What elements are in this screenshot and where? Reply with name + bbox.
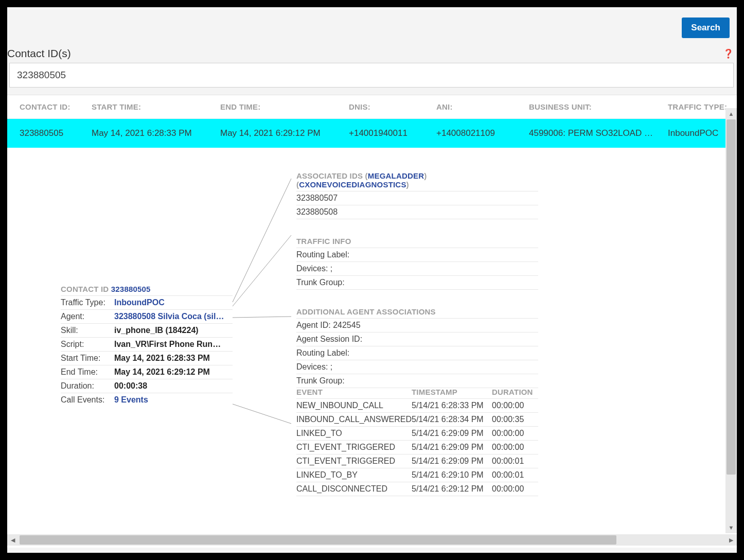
event-row[interactable]: INBOUND_CALL_ANSWERED 5/14/21 6:28:34 PM… <box>296 413 538 427</box>
summary-traffic-type-value[interactable]: InboundPOC <box>114 298 233 307</box>
associated-id-row[interactable]: 323880508 <box>296 205 538 219</box>
event-row[interactable]: CTI_EVENT_TRIGGERED 5/14/21 6:29:09 PM 0… <box>296 441 538 454</box>
event-row[interactable]: NEW_INBOUND_CALL 5/14/21 6:28:33 PM 00:0… <box>296 399 538 413</box>
assoc-link-cxone[interactable]: CXONEVOICEDIAGNOSTICS <box>299 180 406 189</box>
summary-events-key: Call Events: <box>61 395 114 405</box>
col-header-start-time: START TIME: <box>92 102 220 111</box>
event-name: NEW_INBOUND_CALL <box>296 401 412 410</box>
horizontal-scrollbar[interactable]: ◀ ▶ <box>7 534 737 546</box>
col-header-business-unit: BUSINESS UNIT: <box>529 102 668 111</box>
summary-agent-value[interactable]: 323880508 Silvia Coca (sil… <box>114 312 233 321</box>
col-header-contact-id: CONTACT ID: <box>20 102 92 111</box>
event-duration: 00:00:00 <box>492 484 538 494</box>
results-row-selected[interactable]: 323880505 May 14, 2021 6:28:33 PM May 14… <box>7 119 737 148</box>
cell-start-time: May 14, 2021 6:28:33 PM <box>92 128 220 138</box>
summary-traffic-type-key: Traffic Type: <box>61 298 114 307</box>
event-name: LINKED_TO_BY <box>296 470 412 480</box>
svg-line-2 <box>233 317 291 318</box>
col-header-end-time: END TIME: <box>220 102 349 111</box>
cell-ani: +14008021109 <box>436 128 529 138</box>
event-timestamp: 5/14/21 6:29:12 PM <box>412 484 492 494</box>
associated-ids-title: ASSOCIATED IDS (MEGALADDER) (CXONEVOICED… <box>296 169 538 191</box>
summary-end-value: May 14, 2021 6:29:12 PM <box>114 367 233 377</box>
assoc-title-suffix: ) <box>406 180 409 189</box>
app-frame: Search Contact ID(s) ❓ CONTACT ID: START… <box>7 7 737 553</box>
cell-end-time: May 14, 2021 6:29:12 PM <box>220 128 349 138</box>
traffic-trunk-group: Trunk Group: <box>296 276 538 290</box>
scroll-down-icon[interactable]: ▼ <box>725 522 737 533</box>
agent-assoc-agent-id: Agent ID: 242545 <box>296 319 538 332</box>
summary-row-traffic-type: Traffic Type: InboundPOC <box>61 296 233 310</box>
summary-skill-key: Skill: <box>61 326 114 335</box>
event-row[interactable]: CALL_DISCONNECTED 5/14/21 6:29:12 PM 00:… <box>296 482 538 496</box>
event-name: INBOUND_CALL_ANSWERED <box>296 415 412 424</box>
event-timestamp: 5/14/21 6:29:09 PM <box>412 443 492 452</box>
summary-row-events: Call Events: 9 Events <box>61 393 233 407</box>
svg-line-1 <box>233 235 291 306</box>
summary-script-value: Ivan_VR\First Phone Run… <box>114 340 233 349</box>
events-table: EVENT TIMESTAMP DURATION NEW_INBOUND_CAL… <box>296 386 538 496</box>
event-name: CTI_EVENT_TRIGGERED <box>296 457 412 466</box>
summary-row-end-time: End Time: May 14, 2021 6:29:12 PM <box>61 365 233 379</box>
event-timestamp: 5/14/21 6:29:09 PM <box>412 429 492 438</box>
cell-contact-id: 323880505 <box>20 128 92 138</box>
traffic-routing-label: Routing Label: <box>296 248 538 262</box>
cell-business-unit: 4599006: PERM SO32LOAD … <box>529 128 668 138</box>
summary-events-value[interactable]: 9 Events <box>114 395 233 405</box>
svg-line-0 <box>233 179 291 302</box>
agent-assoc-devices: Devices: ; <box>296 360 538 374</box>
scroll-left-icon[interactable]: ◀ <box>7 534 19 546</box>
summary-title-id[interactable]: 323880505 <box>111 285 151 293</box>
summary-title-prefix: CONTACT ID <box>61 285 109 293</box>
summary-duration-value: 00:00:38 <box>114 381 233 391</box>
scroll-right-icon[interactable]: ▶ <box>725 534 737 546</box>
summary-start-value: May 14, 2021 6:28:33 PM <box>114 354 233 363</box>
summary-script-key: Script: <box>61 340 114 349</box>
cell-traffic-type: InboundPOC <box>668 128 735 138</box>
summary-title: CONTACT ID 323880505 <box>61 283 233 296</box>
search-button[interactable]: Search <box>682 18 730 38</box>
summary-row-agent: Agent: 323880508 Silvia Coca (sil… <box>61 310 233 324</box>
summary-agent-key: Agent: <box>61 312 114 321</box>
summary-start-key: Start Time: <box>61 354 114 363</box>
event-timestamp: 5/14/21 6:28:33 PM <box>412 401 492 410</box>
event-duration: 00:00:00 <box>492 401 538 410</box>
traffic-devices: Devices: ; <box>296 262 538 276</box>
event-timestamp: 5/14/21 6:29:09 PM <box>412 457 492 466</box>
event-row[interactable]: LINKED_TO 5/14/21 6:29:09 PM 00:00:00 <box>296 427 538 441</box>
event-row[interactable]: LINKED_TO_BY 5/14/21 6:29:10 PM 00:00:01 <box>296 468 538 482</box>
assoc-title-prefix: ASSOCIATED IDS ( <box>296 171 368 180</box>
events-header-event: EVENT <box>296 388 412 396</box>
detail-zone: CONTACT ID 323880505 Traffic Type: Inbou… <box>7 148 737 539</box>
contact-id-section: Contact ID(s) ❓ <box>7 45 737 87</box>
event-name: CALL_DISCONNECTED <box>296 484 412 494</box>
event-name: LINKED_TO <box>296 429 412 438</box>
agent-assoc-session-id: Agent Session ID: <box>296 332 538 346</box>
results-header-row: CONTACT ID: START TIME: END TIME: DNIS: … <box>7 95 737 119</box>
col-header-ani: ANI: <box>436 102 529 111</box>
assoc-link-megaladder[interactable]: MEGALADDER <box>368 171 424 180</box>
events-header-timestamp: TIMESTAMP <box>412 388 492 396</box>
agent-assoc-routing-label: Routing Label: <box>296 346 538 360</box>
summary-card: CONTACT ID 323880505 Traffic Type: Inbou… <box>61 283 233 407</box>
right-detail-stack: ASSOCIATED IDS (MEGALADDER) (CXONEVOICED… <box>296 169 538 388</box>
top-bar: Search <box>7 7 737 45</box>
event-timestamp: 5/14/21 6:29:10 PM <box>412 470 492 480</box>
vertical-scrollbar[interactable]: ▲ ▼ <box>725 108 737 533</box>
summary-row-duration: Duration: 00:00:38 <box>61 379 233 393</box>
cell-dnis: +14001940011 <box>349 128 436 138</box>
scroll-up-icon[interactable]: ▲ <box>725 108 737 119</box>
contact-ids-input[interactable] <box>9 63 734 87</box>
event-duration: 00:00:01 <box>492 470 538 480</box>
vertical-scroll-thumb[interactable] <box>727 119 736 475</box>
col-header-dnis: DNIS: <box>349 102 436 111</box>
help-icon[interactable]: ❓ <box>723 48 734 59</box>
results-area: CONTACT ID: START TIME: END TIME: DNIS: … <box>7 95 737 548</box>
summary-duration-key: Duration: <box>61 381 114 391</box>
horizontal-scroll-thumb[interactable] <box>20 535 616 545</box>
event-name: CTI_EVENT_TRIGGERED <box>296 443 412 452</box>
associated-id-row[interactable]: 323880507 <box>296 191 538 205</box>
events-header-row: EVENT TIMESTAMP DURATION <box>296 386 538 399</box>
event-duration: 00:00:00 <box>492 443 538 452</box>
event-row[interactable]: CTI_EVENT_TRIGGERED 5/14/21 6:29:09 PM 0… <box>296 454 538 468</box>
